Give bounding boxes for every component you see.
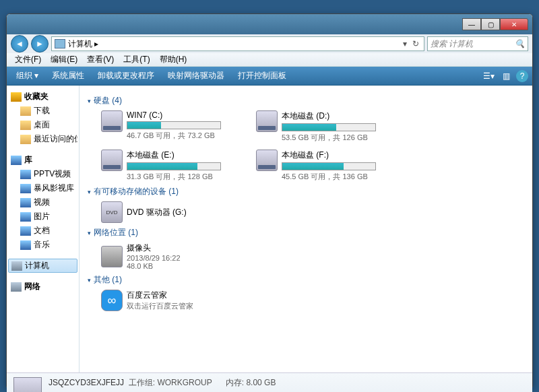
map-network-button[interactable]: 映射网络驱动器 [162,68,230,84]
toolbar: 组织 ▾ 系统属性 卸载或更改程序 映射网络驱动器 打开控制面板 ☰▾ ▥ ? [7,67,532,86]
menu-bar: 文件(F) 编辑(E) 查看(V) 工具(T) 帮助(H) [7,53,532,67]
body: 收藏夹 下载 桌面 最近访问的位置 库 PPTV视频 暴风影视库 视频 图片 文… [7,86,532,372]
back-button[interactable]: ◄ [11,35,28,53]
address-box[interactable]: 计算机 ▸ ▾ ↻ [51,36,424,51]
drive-icon [101,150,123,171]
uninstall-button[interactable]: 卸载或更改程序 [92,68,160,84]
sidebar-item-videos[interactable]: 视频 [8,195,77,209]
chevron-down-icon: ▾ [88,230,91,236]
category-removable[interactable]: ▾有可移动存储的设备 (1) [88,186,524,197]
menu-edit[interactable]: 编辑(E) [46,53,82,67]
folder-icon [20,240,31,250]
close-button[interactable]: ✕ [500,18,528,30]
system-properties-button[interactable]: 系统属性 [46,68,90,84]
folder-icon [20,198,31,207]
usage-bar [127,121,221,129]
folder-icon [20,212,31,222]
drive-e[interactable]: 本地磁盘 (E:)31.3 GB 可用，共 128 GB [101,150,236,182]
usage-bar [127,162,221,170]
status-info: JSQZCYD3EXJFEJJ 工作组: WORKGROUP 内存: 8.00 … [49,377,404,393]
camera-icon [101,246,123,267]
dvd-drive[interactable]: DVDDVD 驱动器 (G:) [101,201,524,223]
folder-icon [20,184,31,193]
sidebar-libraries[interactable]: 库 [8,153,77,167]
forward-button[interactable]: ► [31,35,49,53]
baidu-icon: ∞ [101,290,123,311]
view-mode-icon[interactable]: ☰▾ [481,69,496,83]
preview-pane-icon[interactable]: ▥ [499,69,513,83]
folder-icon [20,170,31,179]
address-bar: ◄ ► 计算机 ▸ ▾ ↻ 搜索 计算机 🔍 [7,34,532,53]
chevron-down-icon: ▾ [88,277,91,284]
sidebar-item-baofeng[interactable]: 暴风影视库 [8,181,77,195]
sidebar-item-recent[interactable]: 最近访问的位置 [8,132,77,146]
sidebar-item-pictures[interactable]: 图片 [8,209,77,224]
category-other[interactable]: ▾其他 (1) [88,274,524,286]
search-placeholder: 搜索 计算机 [431,38,473,50]
sidebar-item-downloads[interactable]: 下载 [8,104,77,118]
search-icon: 🔍 [515,39,525,48]
camera-item[interactable]: 摄像头2013/8/29 16:2248.0 KB [101,242,524,270]
control-panel-button[interactable]: 打开控制面板 [232,68,292,84]
menu-tools[interactable]: 工具(T) [119,53,154,67]
organize-button[interactable]: 组织 ▾ [11,68,44,84]
folder-icon [20,135,31,144]
menu-view[interactable]: 查看(V) [83,53,118,67]
drives-list: WIN7 (C:)46.7 GB 可用，共 73.2 GB 本地磁盘 (D:)5… [101,110,524,182]
maximize-button[interactable]: ▢ [481,18,500,30]
category-drives[interactable]: ▾硬盘 (4) [88,95,524,106]
drive-f[interactable]: 本地磁盘 (F:)45.5 GB 可用，共 136 GB [256,150,391,182]
folder-icon [20,226,31,236]
chevron-down-icon: ▾ [88,189,91,195]
title-bar[interactable]: — ▢ ✕ [7,14,532,34]
drive-icon [101,110,123,132]
sidebar-item-pptv[interactable]: PPTV视频 [8,167,77,181]
minimize-button[interactable]: — [462,18,481,30]
drive-icon [256,110,278,132]
sidebar-item-computer[interactable]: 计算机 [8,259,77,273]
menu-file[interactable]: 文件(F) [11,53,45,67]
computer-icon [55,39,65,48]
sidebar-item-network[interactable]: 网络 [8,280,77,294]
baidu-item[interactable]: ∞百度云管家双击运行百度云管家 [101,290,524,311]
usage-bar [282,123,376,131]
content-pane: ▾硬盘 (4) WIN7 (C:)46.7 GB 可用，共 73.2 GB 本地… [80,86,532,372]
sidebar-item-desktop[interactable]: 桌面 [8,118,77,132]
refresh-icon[interactable]: ↻ [410,39,421,48]
folder-icon [20,121,31,130]
address-dropdown-icon[interactable]: ▾ [400,39,410,48]
folder-icon [20,106,31,116]
drive-c[interactable]: WIN7 (C:)46.7 GB 可用，共 73.2 GB [101,110,236,143]
sidebar: 收藏夹 下载 桌面 最近访问的位置 库 PPTV视频 暴风影视库 视频 图片 文… [7,86,80,372]
star-icon [11,92,22,102]
dvd-icon: DVD [101,201,123,223]
menu-help[interactable]: 帮助(H) [156,53,191,67]
computer-icon [11,261,22,271]
sidebar-favorites[interactable]: 收藏夹 [8,90,77,104]
computer-icon [13,377,42,393]
drive-d[interactable]: 本地磁盘 (D:)53.5 GB 可用，共 126 GB [256,110,391,143]
help-icon[interactable]: ? [516,70,528,82]
status-bar: JSQZCYD3EXJFEJJ 工作组: WORKGROUP 内存: 8.00 … [7,372,532,392]
sidebar-item-documents[interactable]: 文档 [8,224,77,238]
network-icon [11,282,22,292]
window-controls: — ▢ ✕ [462,18,528,30]
category-netloc[interactable]: ▾网络位置 (1) [88,227,524,238]
search-box[interactable]: 搜索 计算机 🔍 [427,36,528,51]
drive-icon [256,150,278,171]
address-path: 计算机 ▸ [68,38,98,50]
library-icon [11,156,22,165]
usage-bar [282,162,376,170]
chevron-down-icon: ▾ [88,98,91,104]
explorer-window: — ▢ ✕ ◄ ► 计算机 ▸ ▾ ↻ 搜索 计算机 🔍 文件(F) 编辑(E)… [6,13,533,387]
sidebar-item-music[interactable]: 音乐 [8,238,77,252]
